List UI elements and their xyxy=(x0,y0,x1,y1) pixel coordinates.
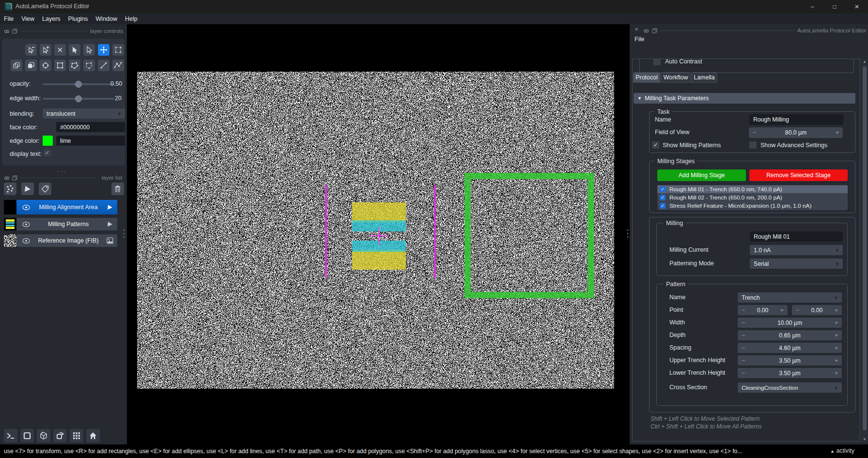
decrement-button[interactable]: − xyxy=(742,307,745,314)
add-line-button[interactable] xyxy=(98,60,109,71)
scroll-down-icon[interactable]: ▼ xyxy=(863,437,867,442)
visibility-eye-icon[interactable] xyxy=(22,222,30,227)
point-x-spinbox[interactable]: − 0.00 + xyxy=(738,305,788,315)
cross-section-dropdown[interactable]: CleaningCrossSection ▼ xyxy=(738,382,842,393)
grid-view-button[interactable] xyxy=(70,429,83,443)
delete-layer-button[interactable] xyxy=(111,183,124,195)
increment-button[interactable]: + xyxy=(835,332,838,339)
roll-dimensions-button[interactable] xyxy=(53,429,67,443)
menu-window[interactable]: Window xyxy=(96,15,117,22)
dock-scrollbar[interactable]: ▲ ▼ xyxy=(862,60,868,442)
add-ellipse-button[interactable] xyxy=(40,60,51,71)
pattern-name-dropdown[interactable]: Trench ▼ xyxy=(738,292,842,303)
field-of-view-spinbox[interactable]: − 80.0 µm + xyxy=(749,127,843,138)
layer-row-reference-image[interactable]: Reference Image (FIB) xyxy=(4,234,117,247)
blending-dropdown[interactable]: translucent ▼ xyxy=(43,108,125,119)
menu-layers[interactable]: Layers xyxy=(42,15,61,22)
select-shape-button[interactable] xyxy=(69,44,80,56)
layerlist-float-icon[interactable] xyxy=(12,175,17,181)
add-polygon-button[interactable] xyxy=(69,60,80,71)
remove-vertex-button[interactable] xyxy=(25,44,37,56)
stage-list-item[interactable]: ✓ Stress Relief Feature - MicroExpansion… xyxy=(657,202,848,210)
add-polygon-lasso-button[interactable] xyxy=(83,60,95,71)
decrement-button[interactable]: − xyxy=(742,370,745,377)
upper-trench-height-spinbox[interactable]: − 3.50 µm + xyxy=(738,355,842,366)
decrement-button[interactable]: − xyxy=(796,307,799,314)
close-button[interactable]: ✕ xyxy=(846,0,868,14)
ndisplay-2d-button[interactable] xyxy=(20,429,34,443)
scroll-up-icon[interactable]: ▲ xyxy=(863,60,867,64)
activity-toggle[interactable]: ▲ activity xyxy=(830,447,854,454)
dock-close-icon[interactable]: ✕ xyxy=(635,27,638,32)
maximize-button[interactable]: □ xyxy=(823,0,846,14)
stage-checkbox[interactable]: ✓ xyxy=(660,186,666,192)
ndisplay-3d-button[interactable] xyxy=(37,429,50,443)
transform-button[interactable] xyxy=(112,44,124,56)
decrement-button[interactable]: − xyxy=(742,357,745,364)
controls-hide-icon[interactable] xyxy=(4,29,10,34)
layer-row-milling-alignment-area[interactable]: Milling Alignment Area xyxy=(4,200,117,214)
decrement-button[interactable]: − xyxy=(753,129,756,136)
layer-row-milling-patterns[interactable]: Milling Patterns xyxy=(4,218,117,230)
face-color-input[interactable]: #00000000 xyxy=(56,122,125,132)
dock-menu-file[interactable]: File xyxy=(635,36,644,43)
menu-view[interactable]: View xyxy=(21,15,34,22)
dock-hide-icon[interactable] xyxy=(643,28,649,34)
home-button[interactable] xyxy=(86,429,100,443)
increment-button[interactable]: + xyxy=(835,370,838,377)
scroll-thumb[interactable] xyxy=(863,66,867,430)
pan-move-button[interactable] xyxy=(98,44,109,56)
layerlist-hide-icon[interactable] xyxy=(4,175,10,181)
stage-checkbox[interactable]: ✓ xyxy=(660,195,666,200)
menu-file[interactable]: File xyxy=(4,15,14,22)
edge-color-swatch[interactable] xyxy=(43,136,53,146)
delete-shape-button[interactable] xyxy=(54,44,66,56)
lower-trench-height-spinbox[interactable]: − 3.50 µm + xyxy=(738,368,842,378)
right-panel-resize-handle[interactable]: ••• xyxy=(627,229,628,239)
stage-checkbox[interactable]: ✓ xyxy=(660,203,666,209)
left-panel-resize-handle[interactable]: ••• xyxy=(123,229,124,239)
panel-separator-dots[interactable]: ... xyxy=(57,166,67,173)
new-points-layer-button[interactable] xyxy=(4,183,16,195)
menu-help[interactable]: Help xyxy=(125,15,138,22)
menu-plugins[interactable]: Plugins xyxy=(68,15,88,22)
add-milling-stage-button[interactable]: Add Milling Stage xyxy=(657,169,746,181)
task-name-input[interactable]: Rough Milling xyxy=(749,114,843,125)
pattern-depth-spinbox[interactable]: − 0.65 µm + xyxy=(738,330,842,340)
new-shapes-layer-button[interactable] xyxy=(21,183,34,195)
display-text-checkbox[interactable]: ✓ xyxy=(44,149,51,156)
copy-shapes-button[interactable] xyxy=(11,60,22,71)
increment-button[interactable]: + xyxy=(835,357,838,364)
point-y-spinbox[interactable]: − 0.00 + xyxy=(792,305,842,315)
increment-button[interactable]: + xyxy=(835,345,838,351)
decrement-button[interactable]: − xyxy=(742,320,745,326)
decrement-button[interactable]: − xyxy=(742,345,745,351)
dock-float-icon[interactable] xyxy=(652,28,657,33)
stage-name-input[interactable]: Rough Mill 01 xyxy=(750,231,843,242)
console-button[interactable] xyxy=(4,429,17,443)
visibility-eye-icon[interactable] xyxy=(22,205,30,210)
pattern-spacing-spinbox[interactable]: − 4.60 µm + xyxy=(738,343,842,353)
edge-color-input[interactable]: lime xyxy=(56,136,125,146)
show-milling-patterns-checkbox[interactable]: ✓ xyxy=(652,141,659,149)
add-rectangle-button[interactable] xyxy=(54,60,66,71)
paste-shapes-button[interactable] xyxy=(25,60,37,71)
increment-button[interactable]: + xyxy=(835,307,838,314)
add-path-button[interactable] xyxy=(112,60,124,71)
add-vertex-button[interactable] xyxy=(40,44,51,56)
increment-button[interactable]: + xyxy=(780,307,784,314)
stage-list-item[interactable]: ✓ Rough Mill 02 - Trench (650.0 nm, 200.… xyxy=(657,194,848,201)
milling-current-dropdown[interactable]: 1.0 nA ▼ xyxy=(750,245,843,255)
show-advanced-settings-checkbox[interactable] xyxy=(749,141,757,149)
controls-float-icon[interactable] xyxy=(12,29,17,34)
auto-contrast-checkbox[interactable] xyxy=(653,59,661,65)
pattern-width-spinbox[interactable]: − 10.00 µm + xyxy=(738,318,842,328)
visibility-eye-icon[interactable] xyxy=(22,238,30,244)
milling-task-parameters-header[interactable]: ▼ Milling Task Parameters xyxy=(634,93,855,104)
minimize-button[interactable]: – xyxy=(801,0,823,14)
viewer-canvas[interactable] xyxy=(127,24,630,444)
stage-list-item[interactable]: ✓ Rough Mill 01 - Trench (650.0 nm, 740.… xyxy=(657,185,848,193)
new-labels-layer-button[interactable] xyxy=(39,183,51,195)
increment-button[interactable]: + xyxy=(836,129,839,136)
patterning-mode-dropdown[interactable]: Serial ▼ xyxy=(750,259,843,269)
